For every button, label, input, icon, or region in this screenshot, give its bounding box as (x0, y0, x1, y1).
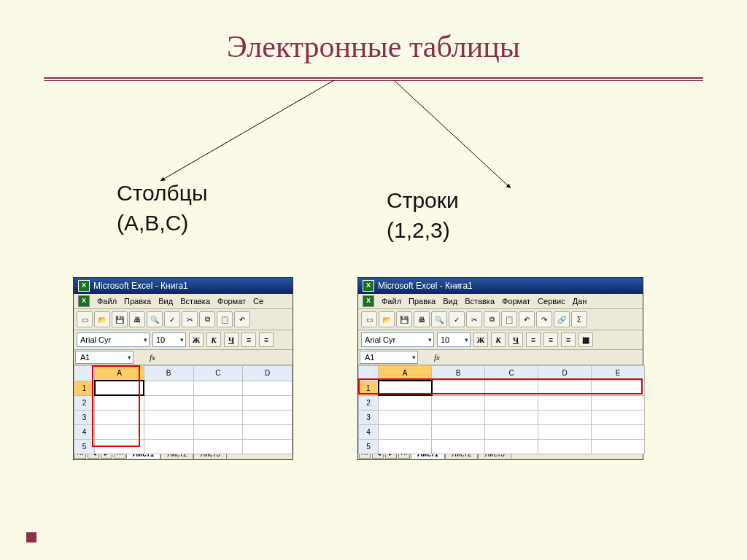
col-header-b[interactable]: B (144, 366, 193, 381)
formatting-toolbar[interactable]: Arial Cyr 10 Ж К Ч ≡ ≡ (74, 330, 293, 350)
excel-doc-icon: X (363, 295, 374, 307)
menu-view[interactable]: Вид (443, 297, 457, 306)
redo-icon[interactable]: ↷ (536, 311, 552, 327)
menu-view[interactable]: Вид (158, 297, 173, 306)
select-all-corner[interactable] (74, 366, 95, 381)
menu-file[interactable]: Файл (382, 297, 401, 306)
col-header-c[interactable]: C (193, 366, 243, 381)
align-left-icon[interactable]: ≡ (241, 332, 256, 347)
italic-button[interactable]: К (491, 332, 506, 347)
undo-icon[interactable]: ↶ (234, 311, 250, 327)
spreadsheet-grid[interactable]: A B C D 1 2 3 4 5 (74, 365, 293, 446)
preview-icon[interactable]: 🔍 (431, 311, 447, 327)
col-header-a[interactable]: A (379, 366, 432, 381)
excel-app-icon: X (363, 280, 374, 292)
new-icon[interactable]: ▭ (361, 311, 377, 327)
row-header-5[interactable]: 5 (359, 439, 379, 454)
font-size-select[interactable]: 10 (152, 332, 186, 347)
font-name-select[interactable]: Arial Cyr (361, 332, 434, 347)
save-icon[interactable]: 💾 (112, 311, 128, 327)
cut-icon[interactable]: ✂ (466, 311, 482, 327)
formula-bar[interactable]: A1 fx (74, 350, 293, 365)
spell-icon[interactable]: ✓ (449, 311, 465, 327)
menu-format[interactable]: Формат (217, 297, 246, 306)
excel-window-columns: X Microsoft Excel - Книга1 X Файл Правка… (73, 277, 293, 460)
menu-insert[interactable]: Вставка (180, 297, 210, 306)
formatting-toolbar[interactable]: Arial Cyr 10 Ж К Ч ≡ ≡ ≡ ▦ (358, 330, 643, 350)
col-header-a[interactable]: A (95, 366, 144, 381)
copy-icon[interactable]: ⧉ (484, 311, 500, 327)
merge-icon[interactable]: ▦ (578, 332, 593, 347)
underline-button[interactable]: Ч (224, 332, 239, 347)
menu-edit[interactable]: Правка (409, 297, 436, 306)
standard-toolbar[interactable]: ▭ 📂 💾 🖶 🔍 ✓ ✂ ⧉ 📋 ↶ ↷ 🔗 Σ (358, 309, 643, 330)
new-icon[interactable]: ▭ (77, 311, 93, 327)
slide-title: Электронные таблицы (227, 29, 520, 64)
row-header-3[interactable]: 3 (74, 410, 95, 424)
align-right-icon[interactable]: ≡ (561, 332, 576, 347)
menu-file[interactable]: Файл (97, 297, 117, 306)
col-header-c[interactable]: C (485, 366, 538, 381)
open-icon[interactable]: 📂 (379, 311, 395, 327)
row-header-1[interactable]: 1 (359, 381, 379, 395)
row-header-1[interactable]: 1 (74, 381, 95, 395)
preview-icon[interactable]: 🔍 (147, 311, 163, 327)
slide-bullet-icon (26, 532, 36, 542)
col-header-b[interactable]: B (432, 366, 485, 381)
cut-icon[interactable]: ✂ (182, 311, 198, 327)
col-header-e[interactable]: E (592, 366, 645, 381)
menu-data[interactable]: Дан (573, 297, 587, 306)
bold-button[interactable]: Ж (473, 332, 488, 347)
excel-window-rows: X Microsoft Excel - Книга1 X Файл Правка… (357, 277, 643, 460)
row-header-2[interactable]: 2 (74, 395, 95, 410)
menu-tools[interactable]: Сервис (538, 297, 565, 306)
copy-icon[interactable]: ⧉ (199, 311, 215, 327)
font-name-select[interactable]: Arial Cyr (77, 332, 150, 347)
italic-button[interactable]: К (206, 332, 221, 347)
formula-bar[interactable]: A1 fx (358, 350, 643, 365)
spell-icon[interactable]: ✓ (164, 311, 180, 327)
menu-bar[interactable]: X Файл Правка Вид Вставка Формат Сервис … (358, 294, 643, 309)
menu-format[interactable]: Формат (502, 297, 530, 306)
paste-icon[interactable]: 📋 (501, 311, 517, 327)
fx-icon[interactable]: fx (150, 353, 155, 362)
title-underline (44, 77, 703, 81)
excel-app-icon: X (78, 280, 90, 292)
row-header-4[interactable]: 4 (359, 424, 379, 439)
align-center-icon[interactable]: ≡ (543, 332, 558, 347)
print-icon[interactable]: 🖶 (414, 311, 430, 327)
menu-insert[interactable]: Вставка (465, 297, 495, 306)
col-header-d[interactable]: D (243, 366, 293, 381)
row-header-3[interactable]: 3 (359, 410, 379, 424)
save-icon[interactable]: 💾 (396, 311, 412, 327)
select-all-corner[interactable] (359, 366, 379, 381)
bold-button[interactable]: Ж (189, 332, 204, 347)
row-header-5[interactable]: 5 (74, 439, 95, 454)
menu-edit[interactable]: Правка (124, 297, 151, 306)
excel-doc-icon: X (78, 295, 90, 307)
window-titlebar: X Microsoft Excel - Книга1 (74, 278, 293, 294)
col-header-d[interactable]: D (538, 366, 592, 381)
open-icon[interactable]: 📂 (94, 311, 110, 327)
row-header-2[interactable]: 2 (359, 395, 379, 410)
undo-icon[interactable]: ↶ (519, 311, 535, 327)
sum-icon[interactable]: Σ (571, 311, 587, 327)
columns-label: Столбцы (A,B,C) (117, 179, 208, 238)
menu-more[interactable]: Се (253, 297, 263, 306)
link-icon[interactable]: 🔗 (554, 311, 570, 327)
fx-icon[interactable]: fx (434, 353, 440, 362)
rows-label: Строки (1,2,3) (387, 186, 459, 245)
paste-icon[interactable]: 📋 (217, 311, 233, 327)
align-center-icon[interactable]: ≡ (259, 332, 274, 347)
print-icon[interactable]: 🖶 (129, 311, 145, 327)
name-box[interactable]: A1 (360, 351, 418, 364)
underline-button[interactable]: Ч (508, 332, 523, 347)
svg-line-0 (160, 80, 334, 181)
standard-toolbar[interactable]: ▭ 📂 💾 🖶 🔍 ✓ ✂ ⧉ 📋 ↶ (74, 309, 293, 330)
spreadsheet-grid[interactable]: A B C D E 1 2 3 4 5 (358, 365, 643, 446)
row-header-4[interactable]: 4 (74, 424, 95, 439)
align-left-icon[interactable]: ≡ (526, 332, 541, 347)
menu-bar[interactable]: X Файл Правка Вид Вставка Формат Се (74, 294, 293, 309)
name-box[interactable]: A1 (75, 351, 133, 364)
font-size-select[interactable]: 10 (437, 332, 471, 347)
